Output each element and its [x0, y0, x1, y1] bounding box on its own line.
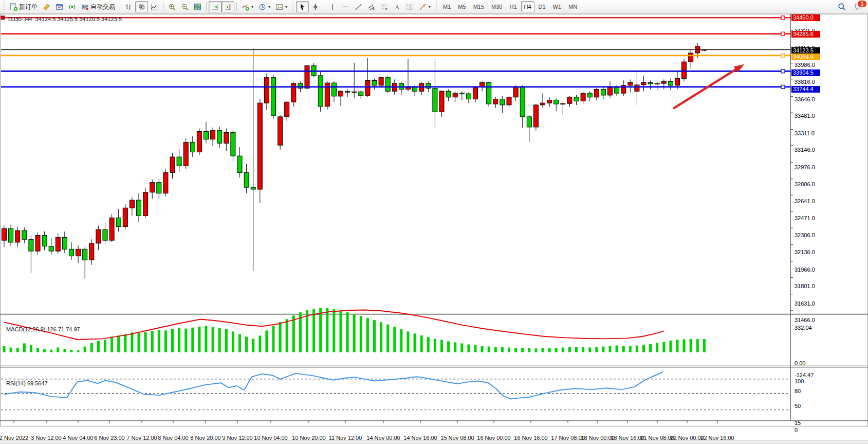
candlestick-mode-button[interactable]: [135, 1, 148, 12]
candle-body: [459, 93, 464, 94]
timeframe-m1-button[interactable]: M1: [440, 1, 454, 12]
horizontal-line-button[interactable]: [339, 1, 352, 12]
candle-body: [507, 97, 511, 105]
macd-histogram-bar: [117, 335, 120, 352]
macd-histogram-bar: [622, 346, 625, 352]
macd-histogram-bar: [467, 344, 470, 352]
text-button[interactable]: A: [391, 1, 403, 12]
periods-dropdown-icon[interactable]: ▾: [268, 5, 270, 9]
timeframe-mn-button[interactable]: MN: [565, 1, 580, 12]
timeframe-d1-button[interactable]: D1: [535, 1, 549, 12]
macd-histogram-bar: [90, 343, 93, 352]
macd-histogram-bar: [616, 345, 618, 352]
toolbar-separator: [324, 2, 324, 11]
notification-count-badge: 1: [857, 0, 867, 8]
candle-body: [123, 208, 127, 226]
arrow-objects-button[interactable]: ▾: [416, 1, 433, 12]
new-order-label: 新订单: [19, 3, 38, 11]
macd-histogram-bar: [454, 342, 456, 352]
line-chart-icon: [151, 3, 158, 11]
candle-body: [211, 131, 215, 139]
candle-body: [62, 237, 67, 249]
indicators-button[interactable]: ▾: [239, 1, 256, 12]
zoom-in-button[interactable]: [165, 1, 178, 12]
tile-windows-button[interactable]: [191, 1, 204, 12]
macd-histogram-bar: [171, 329, 174, 352]
macd-histogram-bar: [286, 319, 288, 352]
candle-body: [231, 132, 235, 156]
macd-histogram-bar: [414, 333, 416, 352]
candle-body: [675, 79, 680, 85]
timeframe-m15-button[interactable]: M15: [470, 1, 487, 12]
candle-body: [601, 90, 605, 95]
toolbar-drag-handle[interactable]: [3, 2, 5, 12]
candle-body: [433, 88, 437, 112]
toolbar-drag-handle[interactable]: [292, 2, 294, 12]
macd-histogram-bar: [353, 314, 356, 352]
candle-body: [385, 78, 390, 92]
new-chart-window-button[interactable]: [53, 1, 66, 12]
timeframe-group: M1M5M15M30H1H4D1W1MN: [439, 1, 581, 12]
notifications-button[interactable]: 1: [854, 2, 864, 11]
candle-body: [379, 78, 383, 85]
macd-histogram-bar: [427, 337, 430, 352]
signals-button[interactable]: [66, 1, 79, 12]
macd-histogram-bar: [124, 334, 126, 352]
fibonacci-button[interactable]: F: [378, 1, 391, 12]
text-label-button[interactable]: T: [403, 1, 416, 12]
vertical-line-button[interactable]: [326, 1, 339, 12]
chart-shift-button[interactable]: [221, 1, 234, 12]
candle-body: [487, 82, 491, 104]
macd-histogram-bar: [434, 339, 436, 352]
macd-histogram-bar: [232, 331, 234, 352]
timeframe-w1-button[interactable]: W1: [550, 1, 565, 12]
crosshair-icon: [311, 3, 319, 11]
templates-dropdown-icon[interactable]: ▾: [285, 5, 287, 9]
trendline-button[interactable]: [352, 1, 365, 12]
candle-body: [682, 62, 687, 78]
indicators-dropdown-icon[interactable]: ▾: [251, 5, 253, 9]
macd-histogram-bar: [184, 329, 187, 352]
line-chart-mode-button[interactable]: [148, 1, 161, 12]
candle-body: [655, 83, 659, 84]
arrow-objects-dropdown-icon[interactable]: ▾: [429, 5, 431, 9]
zoom-out-button[interactable]: [178, 1, 191, 12]
ohlc-bars-icon: [125, 3, 133, 11]
candle-body: [244, 173, 249, 188]
auto-trading-button[interactable]: 自动交易: [79, 1, 118, 12]
new-order-button[interactable]: 新订单: [7, 1, 40, 12]
market-watch-button[interactable]: [40, 1, 53, 12]
cursor-icon: [299, 3, 306, 11]
candle-body: [116, 218, 121, 226]
line-anchor-handle: [781, 69, 785, 73]
periods-button[interactable]: ▾: [256, 1, 273, 12]
auto-scroll-button[interactable]: [209, 1, 221, 12]
equidistant-channel-button[interactable]: E: [365, 1, 378, 12]
ohlc-bars-mode-button[interactable]: [122, 1, 135, 12]
candle-body: [217, 131, 222, 144]
timeframe-h4-button[interactable]: H4: [521, 1, 534, 12]
templates-button[interactable]: ▾: [273, 1, 290, 12]
candle-body: [446, 91, 451, 97]
macd-histogram-bar: [131, 332, 133, 352]
macd-histogram-bar: [138, 333, 140, 352]
crosshair-button[interactable]: [309, 1, 322, 12]
main-chart-canvas[interactable]: [0, 14, 868, 440]
macd-histogram-bar: [420, 335, 423, 352]
macd-histogram-bar: [380, 322, 382, 352]
timeframe-m30-button[interactable]: M30: [488, 1, 505, 12]
toolbar-drag-handle[interactable]: [435, 2, 437, 12]
cursor-button[interactable]: [296, 1, 309, 12]
yellow-tag-icon: [43, 3, 50, 11]
timeframe-h1-button[interactable]: H1: [506, 1, 520, 12]
timeframe-m5-button[interactable]: M5: [455, 1, 469, 12]
candle-body: [9, 228, 13, 242]
candle-body: [668, 81, 673, 85]
candle-body: [547, 100, 552, 103]
search-button[interactable]: [835, 1, 848, 12]
chart-window: ▼ DJ30-,H4 34124.5 34125.5 34120.5 34123…: [0, 14, 868, 440]
macd-histogram-bar: [400, 329, 402, 352]
macd-histogram-bar: [528, 348, 530, 352]
candle-body: [69, 249, 74, 256]
candle-body: [641, 82, 646, 85]
